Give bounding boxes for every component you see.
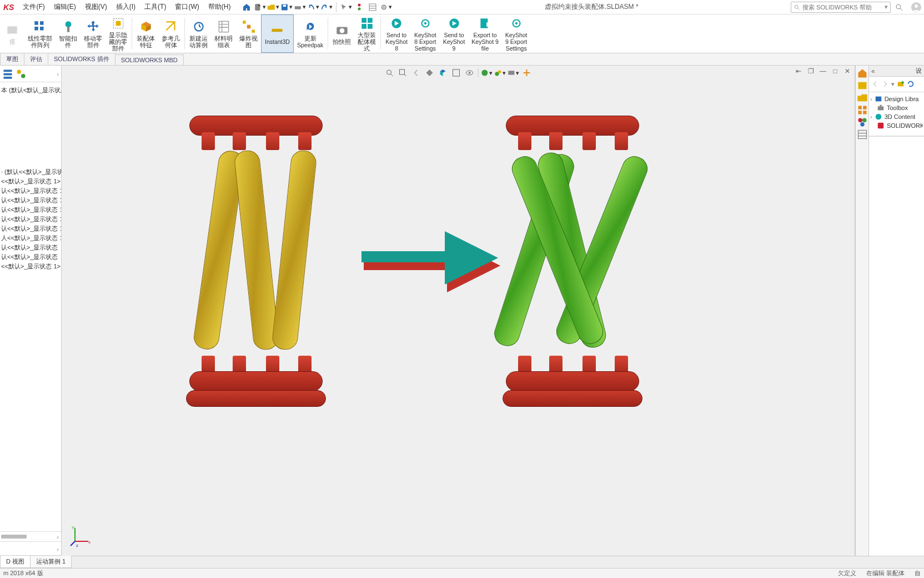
ribbon-instant3d[interactable]: Instant3D bbox=[261, 14, 294, 53]
options-icon[interactable] bbox=[366, 1, 379, 13]
panel-expand-icon[interactable]: › bbox=[57, 71, 59, 77]
ribbon-move-component[interactable]: 移动零部件 bbox=[81, 14, 106, 53]
tree-row[interactable]: 认<<默认>_显示状态 1> bbox=[0, 196, 61, 205]
settings-icon[interactable]: ▾ bbox=[380, 1, 392, 13]
new-icon[interactable]: ▾ bbox=[254, 1, 266, 13]
restore-window-icon[interactable]: ❐ bbox=[806, 67, 816, 76]
rail-file-explorer-icon[interactable] bbox=[857, 92, 868, 103]
tree-row[interactable]: 认<<默认>_显示状态 bbox=[0, 252, 61, 262]
display-style-icon[interactable] bbox=[450, 67, 463, 79]
edit-appearance-icon[interactable]: ▾ bbox=[481, 67, 493, 79]
subtab-addins[interactable]: SOLIDWORKS 插件 bbox=[48, 53, 116, 65]
close-window-icon[interactable]: ✕ bbox=[842, 67, 852, 76]
rail-home-icon[interactable] bbox=[857, 68, 868, 79]
save-icon[interactable]: ▾ bbox=[280, 1, 293, 13]
select-icon[interactable]: ▾ bbox=[340, 1, 352, 13]
ribbon-keyshot9-export[interactable]: Export toKeyShot 9file bbox=[468, 14, 501, 53]
rail-library-icon[interactable] bbox=[857, 80, 868, 91]
svg-rect-65 bbox=[863, 111, 866, 114]
menu-tools[interactable]: 工具(T) bbox=[141, 1, 169, 13]
undo-icon[interactable]: ▾ bbox=[307, 1, 319, 13]
tp-node-solidworks-content[interactable]: SOLIDWORK bbox=[870, 121, 923, 130]
section-view-icon[interactable] bbox=[424, 67, 436, 79]
subtab-mbd[interactable]: SOLIDWORKS MBD bbox=[115, 54, 184, 65]
tree-row[interactable]: <<默认>_显示状态 1> bbox=[0, 177, 61, 186]
panel-expand2-icon[interactable]: › bbox=[57, 546, 59, 552]
bottom-tab-motion-study[interactable]: 运动算例 1 bbox=[30, 555, 72, 568]
hide-show-icon[interactable] bbox=[464, 67, 476, 79]
ribbon-ref-geometry[interactable]: 参考几何体 bbox=[158, 14, 183, 53]
ribbon-keyshot9-settings[interactable]: KeyShot9 ExportSettings bbox=[502, 14, 531, 53]
traffic-icon[interactable] bbox=[353, 1, 365, 13]
tree-tab-feature-icon[interactable] bbox=[2, 68, 13, 79]
ribbon-large-assembly[interactable]: 大型装配体模式 bbox=[354, 14, 379, 53]
tree-hscroll[interactable]: › bbox=[0, 531, 61, 541]
tree-tab-config-icon[interactable] bbox=[16, 68, 27, 79]
menu-window[interactable]: 窗口(W) bbox=[172, 1, 202, 13]
ribbon-new-motion-study[interactable]: 新建运动算例 bbox=[186, 14, 211, 53]
prev-view-icon[interactable] bbox=[410, 67, 423, 79]
svg-point-68 bbox=[860, 122, 865, 127]
ribbon-smart-fasteners[interactable]: 智能扣件 bbox=[56, 14, 81, 53]
ribbon-snapshot[interactable]: 拍快照 bbox=[329, 14, 354, 53]
bottom-tab-3dview[interactable]: D 视图 bbox=[0, 555, 31, 568]
ribbon-keyshot8-send[interactable]: Send toKeyShot8 bbox=[382, 14, 411, 53]
menu-help[interactable]: 帮助(H) bbox=[205, 1, 234, 13]
help-search[interactable]: ▾ bbox=[791, 2, 891, 13]
help-search-input[interactable] bbox=[802, 4, 882, 11]
subtab-evaluate[interactable]: 评估 bbox=[24, 53, 48, 65]
ribbon-keyshot8-settings[interactable]: KeyShot8 ExportSettings bbox=[411, 14, 440, 53]
orientation-triad[interactable]: x Y z bbox=[69, 525, 92, 547]
tree-root[interactable]: 本 (默认<默认_显示状态 bbox=[0, 86, 61, 95]
apply-scene-icon[interactable]: ▾ bbox=[494, 67, 506, 79]
menu-file[interactable]: 文件(F) bbox=[19, 1, 48, 13]
menu-insert[interactable]: 插入(I) bbox=[113, 1, 139, 13]
ribbon-update-speedpak[interactable]: 更新Speedpak bbox=[294, 14, 327, 53]
menu-view[interactable]: 视图(V) bbox=[82, 1, 111, 13]
tree-row[interactable]: 认<<默认>_显示状态 1> bbox=[0, 224, 61, 233]
tree-row[interactable]: <<默认>_显示状态 1> bbox=[0, 262, 61, 271]
open-icon[interactable]: ▾ bbox=[267, 1, 279, 13]
zoom-fit-icon[interactable] bbox=[384, 67, 396, 79]
ribbon-show-hidden[interactable]: 显示隐藏的零部件 bbox=[106, 14, 130, 53]
task-pane-collapse-icon[interactable]: « bbox=[871, 67, 875, 75]
tree-row[interactable]: · (默认<<默认>_显示状 bbox=[0, 167, 61, 177]
tree-row[interactable]: 人<<默认>_显示状态 1>) bbox=[0, 233, 61, 243]
rail-view-palette-icon[interactable] bbox=[857, 104, 868, 116]
tp-node-3dcontent[interactable]: › 3D Content bbox=[870, 112, 923, 121]
tree-row[interactable]: 认<<默认>_显示状态 1> bbox=[0, 186, 61, 196]
design-library-tree[interactable]: › Design Libra Toolbox › 3D Content SOLI… bbox=[869, 92, 924, 132]
graphics-viewport[interactable]: ▾ ▾ ▾ ⇤ ❐ — □ ✕ bbox=[62, 66, 855, 556]
print-icon[interactable]: ▾ bbox=[294, 1, 306, 13]
view-orient-icon[interactable] bbox=[437, 67, 449, 79]
ribbon-exploded-view[interactable]: 爆炸视图 bbox=[236, 14, 261, 53]
collapse-panel-icon[interactable]: ⇤ bbox=[794, 67, 804, 76]
tp-add-icon[interactable] bbox=[897, 80, 905, 89]
minimize-window-icon[interactable]: — bbox=[818, 67, 828, 76]
user-avatar-icon[interactable] bbox=[911, 2, 922, 13]
tp-refresh-icon[interactable] bbox=[907, 80, 915, 89]
tree-row[interactable]: 认<<默认>_显示状态 1> bbox=[0, 205, 61, 215]
zoom-area-icon[interactable] bbox=[397, 67, 409, 79]
tree-row[interactable]: 认<<默认>_显示状态 1> bbox=[0, 215, 61, 224]
ribbon-keyshot9-send[interactable]: Send toKeyShot9 bbox=[440, 14, 469, 53]
feature-tree[interactable]: 本 (默认<默认_显示状态 · (默认<<默认>_显示状 <<默认>_显示状态 … bbox=[0, 82, 61, 531]
tree-row[interactable]: 认<<默认>_显示状态 bbox=[0, 243, 61, 252]
tp-forward-icon[interactable] bbox=[881, 80, 889, 89]
subtab-sketch[interactable]: 草图 bbox=[0, 53, 24, 65]
ribbon-bom[interactable]: 材料明细表 bbox=[211, 14, 236, 53]
search-go-icon[interactable] bbox=[893, 1, 905, 13]
tp-node-toolbox[interactable]: Toolbox bbox=[870, 103, 923, 112]
render-icon[interactable] bbox=[521, 67, 533, 79]
tp-node-design-library[interactable]: › Design Libra bbox=[870, 94, 923, 103]
view-settings-icon[interactable]: ▾ bbox=[508, 67, 520, 79]
rail-appearances-icon[interactable] bbox=[857, 117, 868, 128]
rail-custom-props-icon[interactable] bbox=[857, 129, 868, 140]
maximize-window-icon[interactable]: □ bbox=[830, 67, 840, 76]
menu-edit[interactable]: 编辑(E) bbox=[51, 1, 79, 13]
redo-icon[interactable]: ▾ bbox=[320, 1, 333, 13]
ribbon-assembly-features[interactable]: 装配体特征 bbox=[133, 14, 158, 53]
tp-back-icon[interactable] bbox=[871, 80, 879, 89]
ribbon-linear-pattern[interactable]: 线性零部件阵列 bbox=[24, 14, 56, 53]
home-icon[interactable] bbox=[240, 1, 253, 13]
